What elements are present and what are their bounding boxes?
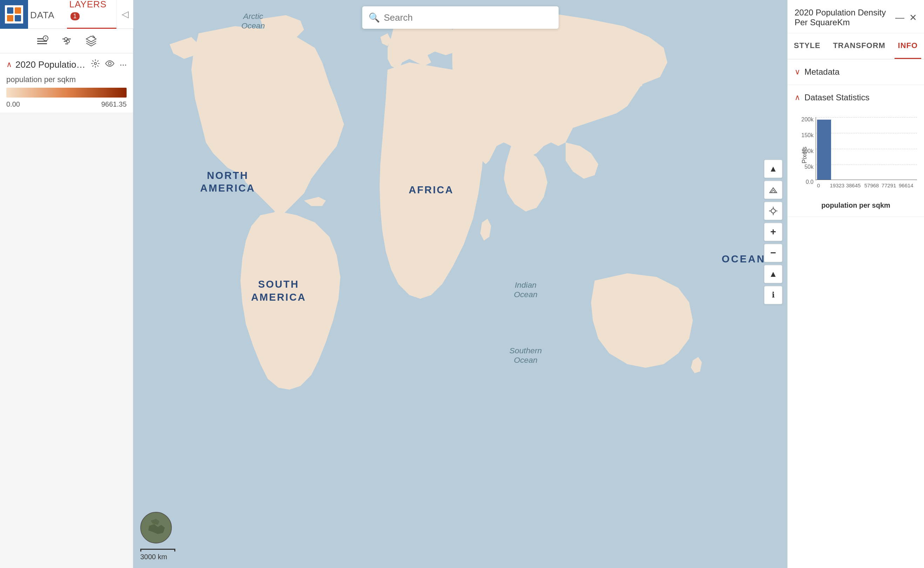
legend-min: 0.00 xyxy=(6,100,20,109)
x-label-96614: 96614 xyxy=(899,183,913,189)
layer-more-icon[interactable]: ··· xyxy=(119,59,127,70)
map-controls: ▲ + − ▲ ℹ xyxy=(764,160,782,409)
svg-text:Ocean: Ocean xyxy=(514,355,537,364)
svg-point-12 xyxy=(65,38,67,40)
y-label-50k: 50k xyxy=(805,164,815,170)
layer-settings-icon[interactable] xyxy=(91,59,100,70)
right-panel-title: 2020 Population Density Per SquareKm xyxy=(794,8,895,27)
stats-title: Dataset Statistics xyxy=(805,93,869,103)
stats-content: Pixels 200k 150k 100k xyxy=(788,110,924,216)
svg-text:OCEAN: OCEAN xyxy=(722,253,766,264)
panel-toolbar: + xyxy=(0,29,133,53)
stats-section: ∧ Dataset Statistics Pixels 200k xyxy=(788,85,924,217)
logo-inner xyxy=(5,5,23,24)
add-layer-icon[interactable]: + xyxy=(35,34,49,48)
y-label-200k: 200k xyxy=(801,116,815,123)
y-label-0: 0.0 xyxy=(806,179,815,185)
layer-expand-icon[interactable]: ∧ xyxy=(6,60,12,69)
legend-range: 0.00 9661.35 xyxy=(6,100,127,109)
layer-header: ∧ 2020 Population Density Per ... ··· xyxy=(6,59,127,70)
tab-info[interactable]: INFO xyxy=(895,33,921,59)
close-panel-icon[interactable]: ✕ xyxy=(909,12,917,23)
terrain-icon[interactable]: ▲ xyxy=(764,160,782,178)
scale-bar: 3000 km xyxy=(140,549,175,561)
top-nav: DATA LAYERS 1 ◁ xyxy=(0,0,133,29)
info-icon[interactable]: ℹ xyxy=(764,286,782,304)
chart-bar xyxy=(817,119,831,180)
svg-text:AFRICA: AFRICA xyxy=(409,184,454,195)
svg-point-13 xyxy=(66,40,69,43)
svg-text:Ocean: Ocean xyxy=(241,21,265,30)
svg-rect-2 xyxy=(7,15,13,21)
x-label-0: 0 xyxy=(817,183,820,189)
svg-rect-0 xyxy=(7,8,13,14)
minimap[interactable] xyxy=(140,512,172,544)
metadata-header[interactable]: ∨ Metadata xyxy=(788,59,924,85)
svg-text:+: + xyxy=(44,36,47,41)
zoom-out-icon[interactable]: − xyxy=(764,244,782,262)
search-input[interactable] xyxy=(384,12,552,23)
stats-expand-icon: ∧ xyxy=(794,93,800,102)
right-panel-controls: — ✕ xyxy=(895,12,917,23)
grid-line-200k xyxy=(815,117,917,118)
app-logo[interactable] xyxy=(0,0,28,29)
svg-text:NORTH: NORTH xyxy=(207,170,249,181)
svg-text:AMERICA: AMERICA xyxy=(200,183,255,194)
svg-text:AMERICA: AMERICA xyxy=(251,292,306,303)
svg-text:Arctic: Arctic xyxy=(242,12,263,21)
svg-text:Indian: Indian xyxy=(515,280,537,289)
right-panel-header: 2020 Population Density Per SquareKm — ✕ xyxy=(788,0,924,33)
y-label-150k: 150k xyxy=(801,132,815,139)
stats-header[interactable]: ∧ Dataset Statistics xyxy=(788,85,924,110)
minimize-panel-icon[interactable]: — xyxy=(895,12,904,23)
svg-rect-6 xyxy=(37,43,47,44)
tab-layers[interactable]: LAYERS 1 xyxy=(67,0,116,29)
layer-visible-icon[interactable] xyxy=(105,60,115,69)
chart-x-title: population per sqkm xyxy=(794,201,917,210)
zoom-in-icon[interactable]: + xyxy=(764,223,782,241)
svg-rect-3 xyxy=(15,15,21,21)
y-label-100k: 100k xyxy=(801,148,815,154)
x-label-19323: 19323 xyxy=(830,183,844,189)
left-panel: + ∧ 2020 Population Den xyxy=(0,29,133,568)
map-search-bar: 🔍 xyxy=(362,6,559,29)
svg-rect-1 xyxy=(15,8,21,14)
svg-text:Southern: Southern xyxy=(509,346,542,355)
north-icon[interactable]: ▲ xyxy=(764,265,782,283)
legend-max: 9661.35 xyxy=(101,100,127,109)
tab-style[interactable]: STYLE xyxy=(790,33,824,59)
svg-point-18 xyxy=(109,62,111,65)
tab-data[interactable]: DATA xyxy=(28,10,56,29)
layers-toggle-icon[interactable] xyxy=(84,34,98,48)
map-area[interactable]: NORTH AMERICA AFRICA SOUTH AMERICA Arcti… xyxy=(133,0,787,568)
scale-label: 3000 km xyxy=(140,553,167,561)
y-axis-line xyxy=(815,117,816,180)
layer-title: 2020 Population Density Per ... xyxy=(15,59,87,70)
satellite-icon[interactable] xyxy=(764,181,782,199)
x-label-38645: 38645 xyxy=(846,183,861,189)
svg-text:Ocean: Ocean xyxy=(514,290,537,299)
layers-badge: 1 xyxy=(71,12,79,20)
right-panel: 2020 Population Density Per SquareKm — ✕… xyxy=(787,0,924,568)
metadata-expand-icon: ∨ xyxy=(794,67,800,77)
svg-text:SOUTH: SOUTH xyxy=(258,279,299,290)
right-panel-tabs: STYLE TRANSFORM INFO xyxy=(788,33,924,59)
layer-actions: ··· xyxy=(91,59,127,70)
locate-icon[interactable] xyxy=(764,202,782,220)
search-icon: 🔍 xyxy=(369,12,380,23)
metadata-title: Metadata xyxy=(805,67,840,77)
x-label-77291: 77291 xyxy=(882,183,896,189)
x-label-57968: 57968 xyxy=(864,183,879,189)
layer-item: ∧ 2020 Population Density Per ... ··· xyxy=(0,53,133,113)
tab-transform[interactable]: TRANSFORM xyxy=(829,33,889,59)
legend-gradient xyxy=(6,88,127,98)
nav-collapse-button[interactable]: ◁ xyxy=(116,0,133,29)
legend-label: population per sqkm xyxy=(6,75,127,84)
filter-icon[interactable] xyxy=(60,34,74,48)
metadata-section: ∨ Metadata xyxy=(788,59,924,85)
nav-tabs: DATA LAYERS 1 xyxy=(28,0,116,29)
svg-point-33 xyxy=(771,209,775,213)
svg-point-17 xyxy=(94,62,96,65)
